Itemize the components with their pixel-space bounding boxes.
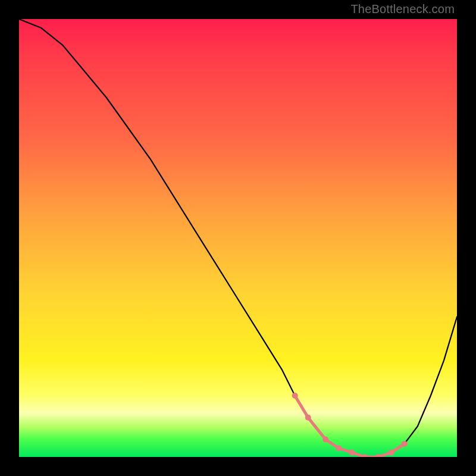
- marker-segment: [292, 393, 408, 457]
- chart-plot-area: [19, 19, 457, 457]
- marker-dot: [375, 454, 381, 457]
- marker-dot: [402, 441, 408, 447]
- marker-dot: [292, 393, 298, 399]
- chart-frame: TheBottleneck.com: [0, 0, 476, 476]
- marker-dot: [349, 450, 355, 456]
- marker-dot: [336, 445, 342, 451]
- marker-dot: [389, 450, 394, 456]
- chart-svg: [19, 19, 457, 457]
- marker-dot: [362, 454, 368, 457]
- watermark-text: TheBottleneck.com: [350, 2, 455, 16]
- marker-dot: [322, 437, 328, 443]
- curve-line: [19, 19, 457, 457]
- marker-dot: [305, 415, 311, 421]
